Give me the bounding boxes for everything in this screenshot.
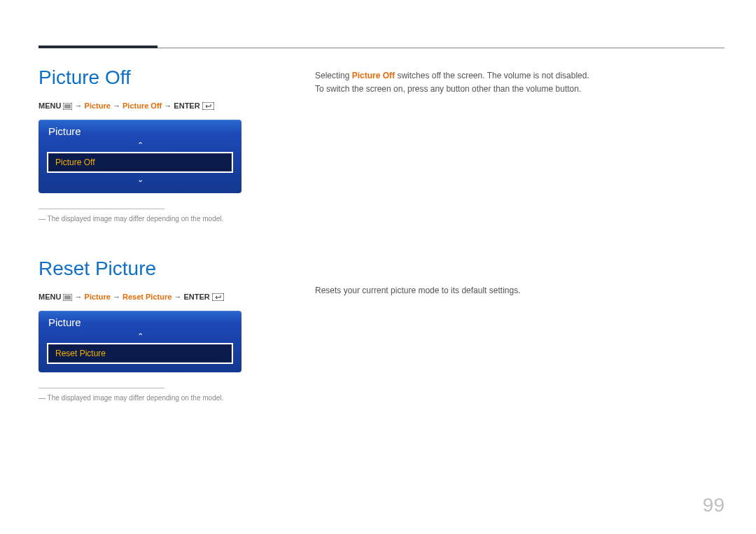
body-text: To switch the screen on, press any butto… [315,83,721,96]
enter-icon [212,293,224,302]
osd-selected-item: Picture Off [47,152,233,173]
arrow-sep: → [174,293,183,301]
chevron-up-icon: ⌃ [47,141,233,149]
enter-label: ENTER [183,293,209,301]
osd-selected-item: Reset Picture [47,343,233,364]
body-text: Resets your current picture mode to its … [315,286,721,295]
menu-label: MENU [38,101,61,110]
osd-title: Picture [48,125,233,137]
path-level2: Picture Off [122,101,162,110]
body-text: Selecting [315,71,352,80]
menu-path-reset-picture: MENU → Picture → Reset Picture → ENTER [38,293,290,302]
osd-title: Picture [48,316,233,328]
osd-panel-reset-picture: Picture ⌃ Reset Picture [38,311,241,372]
body-text-picture-off: Selecting Picture Off switches off the s… [315,69,721,96]
enter-label: ENTER [174,101,200,110]
arrow-sep: → [75,293,85,301]
section-heading-reset-picture: Reset Picture [38,258,290,280]
path-level1: Picture [85,101,111,110]
arrow-sep: → [113,101,122,110]
footnote: The displayed image may differ depending… [38,394,290,402]
section-heading-picture-off: Picture Off [38,66,290,89]
chevron-down-icon: ⌄ [47,176,233,183]
arrow-sep: → [75,101,85,110]
footnote: The displayed image may differ depending… [38,215,290,223]
header-accent-bar [38,45,158,48]
body-text: switches off the screen. The volume is n… [395,71,589,80]
path-level1: Picture [85,293,111,301]
left-column: Picture Off MENU → Picture → Picture Off… [38,66,290,402]
divider [38,209,164,209]
osd-panel-picture-off: Picture ⌃ Picture Off ⌄ [38,120,241,193]
enter-icon [202,102,214,111]
path-level2: Reset Picture [122,293,172,301]
body-text-reset-picture: Resets your current picture mode to its … [315,286,721,295]
arrow-sep: → [164,101,174,110]
arrow-sep: → [113,293,122,301]
page-number: 99 [703,494,724,517]
menu-icon [63,294,72,302]
menu-label: MENU [38,293,61,301]
menu-icon [63,103,72,111]
section-reset-picture: Reset Picture MENU → Picture → Reset Pic… [38,258,290,402]
menu-path-picture-off: MENU → Picture → Picture Off → ENTER [38,101,290,111]
chevron-up-icon: ⌃ [47,332,233,340]
header-rule [158,48,724,48]
divider [38,388,164,388]
body-emphasis: Picture Off [352,71,395,80]
